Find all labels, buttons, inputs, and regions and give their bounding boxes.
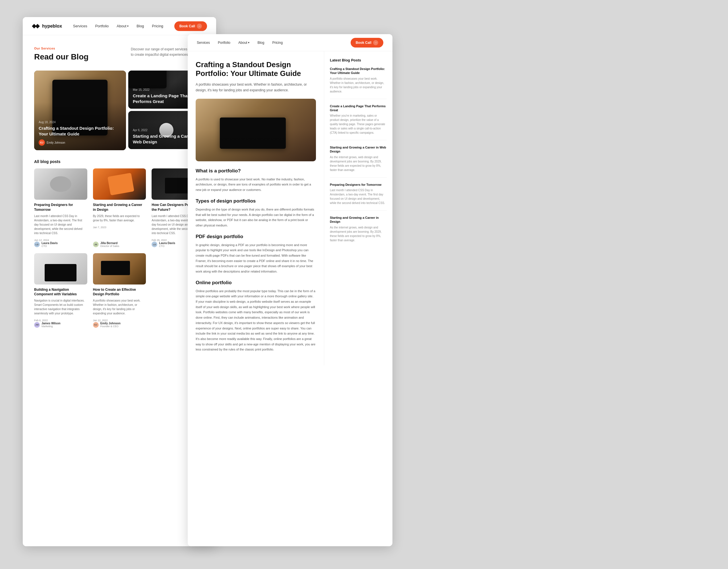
card-avatar-effective: EJ <box>93 322 99 328</box>
post-layout: Crafting a Standout Design Portfolio: Yo… <box>188 51 392 365</box>
sidebar-post-excerpt-2: As the internet grows, web design and de… <box>330 155 387 172</box>
blog-post-window: Services Portfolio About ▾ Blog Pricing … <box>188 34 392 546</box>
feat-large-title: Crafting a Standout Design Portfolio: Yo… <box>39 125 121 136</box>
right-nav-link-services[interactable]: Services <box>197 41 210 45</box>
card-avatar-growing: JB <box>93 241 99 247</box>
card-avatar-designers: LD <box>152 241 157 247</box>
blog-header: Our Services Read our Blog Discover our … <box>23 35 216 71</box>
feat-large-date: Aug 18, 2024 <box>39 121 121 124</box>
card-avatar-preparing: LD <box>34 241 40 247</box>
right-nav-link-pricing[interactable]: Pricing <box>272 41 283 45</box>
sidebar-post-1[interactable]: Create a Landing Page That Performs Grea… <box>330 104 387 140</box>
card-img-effective <box>93 253 146 284</box>
about-chevron-icon: ▾ <box>127 24 129 28</box>
sidebar-post-excerpt-1: Whether you're in marketing, sales or pr… <box>330 113 387 135</box>
right-nav-bar: Services Portfolio About ▾ Blog Pricing … <box>188 34 392 51</box>
all-posts-label: All blog posts <box>23 159 216 168</box>
page-label: Our Services <box>34 47 88 50</box>
post-online-text: Online portfolios are probably the most … <box>196 289 316 352</box>
right-nav-link-blog[interactable]: Blog <box>257 41 264 45</box>
nav-links: Services Portfolio About ▾ Blog Pricing <box>73 24 163 28</box>
post-types-title: Types of design portfolios <box>196 198 316 204</box>
card-img-building <box>34 253 87 284</box>
post-what-is-text: A portfolio is used to showcase your bes… <box>196 177 316 192</box>
sidebar-post-title-2: Starting and Growing a Career in Web Des… <box>330 145 387 154</box>
nav-link-about[interactable]: About ▾ <box>117 24 129 28</box>
card-excerpt-effective: A portfolio showcases your best work. Wh… <box>93 299 146 316</box>
card-meta-growing: JB Jilla Bernard Director of Sales <box>93 241 146 247</box>
card-excerpt-preparing: Last month I attended CSS Day in Amsterd… <box>34 214 87 235</box>
sidebar-post-2[interactable]: Starting and Growing a Career in Web Des… <box>330 145 387 177</box>
card-title-effective: How to Create an Effective Design Portfo… <box>93 288 146 297</box>
card-excerpt-growing: By 2029, these fields are expected to gr… <box>93 214 146 222</box>
featured-post-large[interactable]: Aug 18, 2024 Crafting a Standout Design … <box>34 71 126 150</box>
post-title: Crafting a Standout Design Portfolio: Yo… <box>196 60 316 78</box>
nav-link-portfolio[interactable]: Portfolio <box>95 24 109 28</box>
card-img-growing <box>93 168 146 200</box>
card-author-name-designers: Laura Davis <box>159 241 175 245</box>
post-what-is-title: What is a portfolio? <box>196 168 316 174</box>
post-types-text: Depending on the type of design work tha… <box>196 207 316 228</box>
card-date-growing: Jan 7, 2023 <box>93 226 146 229</box>
sidebar-title: Latest Blog Posts <box>330 58 387 62</box>
right-nav-link-about[interactable]: About ▾ <box>238 41 249 45</box>
card-title-building: Building a Navigation Component with Var… <box>34 288 87 297</box>
sidebar-post-title-0: Crafting a Standout Design Portfolio: Yo… <box>330 67 387 75</box>
right-nav-links: Services Portfolio About ▾ Blog Pricing <box>197 41 283 45</box>
card-title-growing: Starting and Growing a Career in Design <box>93 202 146 212</box>
blog-grid: Preparing Designers for Tomorrow Last mo… <box>23 168 216 337</box>
card-avatar-building: JW <box>34 322 40 328</box>
post-sidebar: Latest Blog Posts Crafting a Standout De… <box>324 51 392 365</box>
sidebar-post-excerpt-4: As the internet grows, web design and de… <box>330 225 387 242</box>
book-call-button[interactable]: Book Call → <box>174 21 207 31</box>
card-meta-effective: EJ Emily Johnson Founder & CEO <box>93 322 146 328</box>
page-title: Read our Blog <box>34 52 88 61</box>
sidebar-post-title-1: Create a Landing Page That Performs Grea… <box>330 104 387 112</box>
sidebar-post-excerpt-0: A portfolio showcases your best work. Wh… <box>330 76 387 94</box>
card-author-role-growing: Director of Sales <box>100 245 119 247</box>
card-author-role-building: Marketing <box>42 325 61 328</box>
right-book-call-button[interactable]: Book Call → <box>351 38 383 47</box>
card-author-name-building: James Wilson <box>42 322 61 325</box>
post-pdf-text: In graphic design, designing a PDF as yo… <box>196 242 316 274</box>
logo[interactable]: hypeblox <box>32 23 62 29</box>
blog-card-preparing[interactable]: Preparing Designers for Tomorrow Last mo… <box>34 168 87 247</box>
card-author-name-growing: Jilla Bernard <box>100 241 119 245</box>
right-book-call-arrow-icon: → <box>373 40 378 45</box>
post-subtitle: A portfolio showcases your best work. Wh… <box>196 82 316 93</box>
card-author-name-effective: Emily Johnson <box>100 322 121 325</box>
card-author-role-designers: CTO <box>159 245 175 247</box>
post-pdf-title: PDF design portfolio <box>196 234 316 239</box>
feat-large-author-avatar: EJ <box>39 139 45 146</box>
nav-link-pricing[interactable]: Pricing <box>152 24 163 28</box>
nav-link-services[interactable]: Services <box>73 24 87 28</box>
featured-posts-row: Aug 18, 2024 Crafting a Standout Design … <box>23 71 216 159</box>
nav-bar: hypeblox Services Portfolio About ▾ Blog… <box>23 17 216 35</box>
sidebar-post-title-3: Preparing Designers for Tomorrow <box>330 183 387 187</box>
card-author-name-preparing: Laura Davis <box>42 241 58 245</box>
card-date-preparing: Jun 12, 2024 <box>34 239 87 241</box>
right-about-chevron-icon: ▾ <box>248 41 249 44</box>
post-hero-image <box>196 99 316 161</box>
card-meta-building: JW James Wilson Marketing <box>34 322 87 328</box>
card-meta-preparing: LD Laura Davis CTO <box>34 241 87 247</box>
card-date-effective: Jan 12, 2022 <box>93 319 146 322</box>
post-online-title: Online portfolio <box>196 280 316 286</box>
card-author-role-effective: Founder & CEO <box>100 325 121 328</box>
sidebar-post-0[interactable]: Crafting a Standout Design Portfolio: Yo… <box>330 67 387 99</box>
nav-link-blog[interactable]: Blog <box>137 24 144 28</box>
sidebar-post-3[interactable]: Preparing Designers for Tomorrow Last mo… <box>330 183 387 210</box>
logo-icon <box>32 23 40 29</box>
feat-large-author: EJ Emily Johnson <box>39 139 121 146</box>
card-author-role-preparing: CTO <box>42 245 58 247</box>
sidebar-post-excerpt-3: Last month I attended CSS Day in Amsterd… <box>330 188 387 205</box>
sidebar-post-4[interactable]: Starting and Growing a Career in Design … <box>330 216 387 247</box>
right-nav-link-portfolio[interactable]: Portfolio <box>218 41 230 45</box>
card-excerpt-building: Navigation is crucial in digital interfa… <box>34 299 87 316</box>
feat-large-author-name: Emily Johnson <box>47 141 65 144</box>
blog-card-growing[interactable]: Starting and Growing a Career in Design … <box>93 168 146 247</box>
blog-card-building[interactable]: Building a Navigation Component with Var… <box>34 253 87 328</box>
blog-card-effective[interactable]: How to Create an Effective Design Portfo… <box>93 253 146 328</box>
post-main-content: Crafting a Standout Design Portfolio: Yo… <box>188 51 324 365</box>
book-call-arrow-icon: → <box>197 24 202 29</box>
